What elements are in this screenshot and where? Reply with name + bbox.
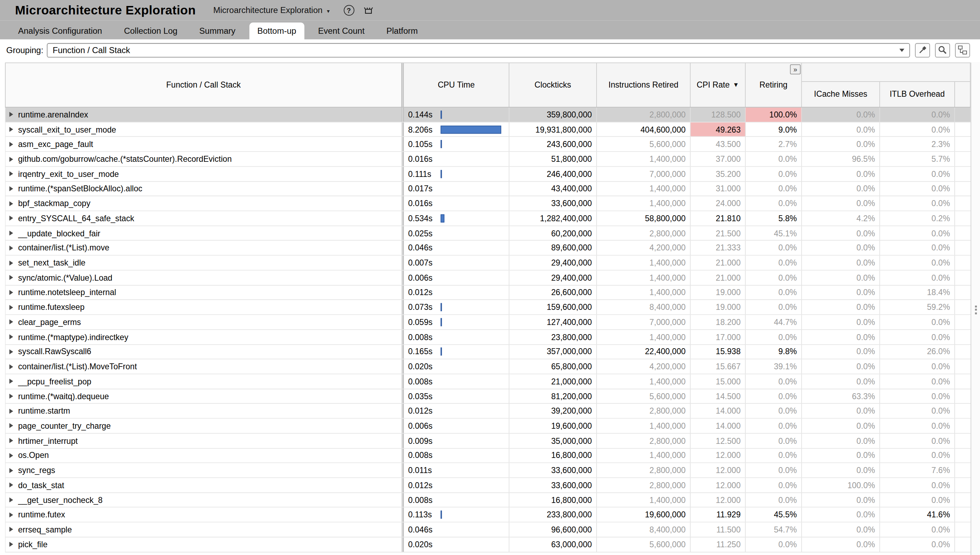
help-icon[interactable]: ? xyxy=(343,5,354,16)
grouping-tree-button[interactable] xyxy=(955,43,970,57)
expand-row-icon[interactable] xyxy=(10,231,13,236)
expand-row-icon[interactable] xyxy=(10,483,13,488)
customize-grouping-button[interactable] xyxy=(915,43,930,57)
clockticks-cell: 159,600,000 xyxy=(509,300,597,314)
app-window: Microarchitecture Exploration Microarchi… xyxy=(0,0,980,555)
retiring-cell: 0.0% xyxy=(746,167,802,181)
expand-row-icon[interactable] xyxy=(10,497,13,502)
table-row[interactable]: runtime.(*maptype).indirectkey0.008s23,8… xyxy=(5,330,980,345)
instructions-retired-cell: 2,800,000 xyxy=(597,434,691,448)
table-row[interactable]: runtime.notetsleep_internal0.012s26,600,… xyxy=(5,285,980,300)
expand-row-icon[interactable] xyxy=(10,245,13,250)
expand-row-icon[interactable] xyxy=(10,216,13,221)
expand-row-icon[interactable] xyxy=(10,334,13,339)
expand-row-icon[interactable] xyxy=(10,275,13,280)
expand-row-icon[interactable] xyxy=(10,542,13,547)
table-row[interactable]: irqentry_exit_to_user_mode0.111s246,400,… xyxy=(5,167,980,181)
table-row[interactable]: container/list.(*List).move0.046s89,600,… xyxy=(5,241,980,256)
table-row[interactable]: sync/atomic.(*Value).Load0.006s29,400,00… xyxy=(5,271,980,285)
clockticks-cell: 23,800,000 xyxy=(509,330,597,344)
expand-row-icon[interactable] xyxy=(10,186,13,191)
function-name: bpf_stackmap_copy xyxy=(18,199,90,208)
table-row[interactable]: syscall_exit_to_user_mode8.206s19,931,80… xyxy=(5,122,980,137)
expand-row-icon[interactable] xyxy=(10,142,13,147)
table-row[interactable]: os.Open0.008s16,800,0001,400,00012.0000.… xyxy=(5,448,980,463)
table-row[interactable]: __get_user_nocheck_80.008s16,800,0001,40… xyxy=(5,493,980,507)
expand-row-icon[interactable] xyxy=(10,393,13,398)
table-row[interactable]: syscall.RawSyscall60.165s357,000,00022,4… xyxy=(5,345,980,359)
tab-analysis-configuration[interactable]: Analysis Configuration xyxy=(10,22,110,39)
clockticks-cell: 243,600,000 xyxy=(509,137,597,151)
table-row[interactable]: sync_regs0.011s33,600,0002,800,00012.000… xyxy=(5,463,980,478)
expand-row-icon[interactable] xyxy=(10,349,13,354)
clockticks-cell: 33,600,000 xyxy=(509,478,597,492)
icache-misses-cell: 0.0% xyxy=(802,359,880,374)
expand-row-icon[interactable] xyxy=(10,423,13,428)
tab-summary[interactable]: Summary xyxy=(191,22,244,39)
column-header-cpu-time[interactable]: CPU Time xyxy=(404,63,509,107)
table-row[interactable]: errseq_sample0.046s96,600,0008,400,00011… xyxy=(5,523,980,537)
tab-event-count[interactable]: Event Count xyxy=(310,22,372,39)
expand-row-icon[interactable] xyxy=(10,112,13,117)
vertical-scrollbar[interactable] xyxy=(970,63,980,555)
table-row[interactable]: set_next_task_idle0.007s29,400,0001,400,… xyxy=(5,256,980,271)
column-header-function[interactable]: Function / Call Stack xyxy=(5,63,402,107)
tab-platform[interactable]: Platform xyxy=(378,22,426,39)
table-row[interactable]: page_counter_try_charge0.006s19,600,0001… xyxy=(5,419,980,434)
search-button[interactable] xyxy=(935,43,950,57)
expand-row-icon[interactable] xyxy=(10,171,13,176)
expand-row-icon[interactable] xyxy=(10,290,13,295)
cpi-rate-cell: 21.000 xyxy=(691,271,745,284)
expand-row-icon[interactable] xyxy=(10,409,13,414)
column-header-itlb-overhead[interactable]: ITLB Overhead xyxy=(880,82,955,107)
table-row[interactable]: __pcpu_freelist_pop0.008s21,000,0001,400… xyxy=(5,374,980,389)
expand-row-icon[interactable] xyxy=(10,512,13,517)
splitter-grip-icon[interactable] xyxy=(975,304,977,316)
grouping-select[interactable]: Function / Call Stack xyxy=(47,43,910,57)
table-row[interactable]: entry_SYSCALL_64_safe_stack0.534s1,282,4… xyxy=(5,212,980,226)
expand-row-icon[interactable] xyxy=(10,320,13,325)
column-header-cpi-rate[interactable]: CPI Rate ▼ xyxy=(691,63,745,107)
expand-row-icon[interactable] xyxy=(10,468,13,473)
table-row[interactable]: asm_exc_page_fault0.105s243,600,0005,600… xyxy=(5,137,980,152)
expand-row-icon[interactable] xyxy=(10,364,13,369)
icache-misses-cell: 0.0% xyxy=(802,256,880,270)
expand-row-icon[interactable] xyxy=(10,157,13,162)
itlb-overhead-cell: 0.0% xyxy=(880,537,955,552)
column-header-instructions-retired[interactable]: Instructions Retired xyxy=(597,63,691,107)
table-header: Function / Call Stack CPU Time Clocktick… xyxy=(5,63,980,107)
row-filler xyxy=(955,285,970,299)
icache-misses-cell: 4.2% xyxy=(802,212,880,225)
open-result-button[interactable] xyxy=(363,5,374,16)
expand-row-icon[interactable] xyxy=(10,438,13,443)
expand-row-icon[interactable] xyxy=(10,260,13,265)
table-row[interactable]: __update_blocked_fair0.025s60,200,0002,8… xyxy=(5,226,980,241)
table-row[interactable]: bpf_stackmap_copy0.016s33,600,0001,400,0… xyxy=(5,196,980,211)
expand-row-icon[interactable] xyxy=(10,379,13,384)
table-row[interactable]: github.com/goburrow/cache.(*statsCounter… xyxy=(5,152,980,167)
table-row[interactable]: clear_page_erms0.059s127,400,0007,000,00… xyxy=(5,315,980,330)
column-header-icache-misses[interactable]: ICache Misses xyxy=(802,82,880,107)
column-header-clockticks[interactable]: Clockticks xyxy=(509,63,597,107)
table-row[interactable]: runtime.startm0.012s39,200,0002,800,0001… xyxy=(5,404,980,419)
function-cell: irqentry_exit_to_user_mode xyxy=(5,167,402,181)
table-row[interactable]: runtime.futexsleep0.073s159,600,0008,400… xyxy=(5,300,980,315)
table-row[interactable]: runtime.futex0.113s233,800,00019,600,000… xyxy=(5,507,980,522)
table-row[interactable]: runtime.arenaIndex0.144s359,800,0002,800… xyxy=(5,107,980,122)
table-row[interactable]: container/list.(*List).MoveToFront0.020s… xyxy=(5,359,980,374)
expand-row-icon[interactable] xyxy=(10,127,13,132)
table-row[interactable]: pick_file0.020s63,000,0005,600,00011.250… xyxy=(5,537,980,552)
tab-collection-log[interactable]: Collection Log xyxy=(116,22,185,39)
expand-row-icon[interactable] xyxy=(10,305,13,310)
table-row[interactable]: hrtimer_interrupt0.009s35,000,0002,800,0… xyxy=(5,434,980,448)
table-row[interactable]: do_task_stat0.012s33,600,0002,800,00012.… xyxy=(5,478,980,493)
expand-row-icon[interactable] xyxy=(10,201,13,206)
tab-bottom-up[interactable]: Bottom-up xyxy=(249,22,304,39)
expand-row-icon[interactable] xyxy=(10,453,13,458)
retiring-cell: 0.0% xyxy=(746,152,802,166)
table-row[interactable]: runtime.(*waitq).dequeue0.035s81,200,000… xyxy=(5,389,980,404)
analysis-type-dropdown[interactable]: Microarchitecture Exploration ▾ xyxy=(213,6,330,15)
expand-columns-button[interactable]: » xyxy=(790,64,800,74)
table-row[interactable]: runtime.(*spanSetBlockAlloc).alloc0.017s… xyxy=(5,181,980,196)
expand-row-icon[interactable] xyxy=(10,527,13,532)
